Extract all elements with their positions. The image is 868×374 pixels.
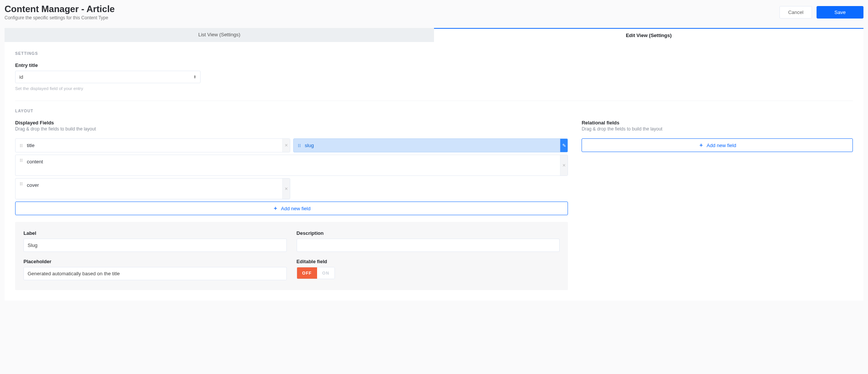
drag-handle-icon[interactable] xyxy=(20,159,23,162)
field-name: title xyxy=(27,143,34,148)
field-block-title[interactable]: title xyxy=(15,138,290,152)
field-block-slug[interactable]: slug xyxy=(293,138,568,152)
displayed-fields-hint: Drag & drop the fields to build the layo… xyxy=(15,126,568,132)
editor-editable-label: Editable field xyxy=(297,259,560,264)
editor-description-input[interactable] xyxy=(297,239,560,252)
plus-icon: ＋ xyxy=(273,205,278,212)
field-rows: title slug xyxy=(15,138,568,215)
title-block: Content Manager - Article Configure the … xyxy=(5,4,115,20)
layout-heading: LAYOUT xyxy=(15,109,853,113)
editor-description-label: Description xyxy=(297,230,560,236)
divider xyxy=(15,101,853,101)
remove-field-button[interactable] xyxy=(282,139,290,152)
editor-description-group: Description xyxy=(297,230,560,252)
editor-editable-group: Editable field OFF ON xyxy=(297,259,560,280)
entry-title-hint: Set the displayed field of your entry xyxy=(15,86,853,91)
relational-fields-label: Relational fields xyxy=(582,120,853,126)
layout-columns: Displayed Fields Drag & drop the fields … xyxy=(15,120,853,290)
tab-edit-view[interactable]: Edit View (Settings) xyxy=(434,28,863,42)
entry-title-select[interactable]: id ▲▼ xyxy=(15,71,201,83)
settings-heading: SETTINGS xyxy=(15,51,853,56)
drag-handle-icon[interactable] xyxy=(298,144,301,147)
cancel-button[interactable]: Cancel xyxy=(779,6,812,19)
save-button[interactable]: Save xyxy=(817,6,863,19)
field-row-3: cover xyxy=(15,178,568,199)
remove-field-button[interactable] xyxy=(282,178,290,199)
toggle-off[interactable]: OFF xyxy=(297,267,317,279)
tab-row: List View (Settings) Edit View (Settings… xyxy=(5,28,863,42)
relational-fields-hint: Drag & drop the fields to build the layo… xyxy=(582,126,853,132)
add-displayed-field-button[interactable]: ＋ Add new field xyxy=(15,202,568,215)
editor-placeholder-label: Placeholder xyxy=(23,259,287,264)
plus-icon: ＋ xyxy=(698,142,704,149)
field-name: slug xyxy=(305,143,314,148)
entry-title-value: id xyxy=(19,74,23,80)
displayed-fields-column: Displayed Fields Drag & drop the fields … xyxy=(15,120,568,290)
remove-field-button[interactable] xyxy=(560,155,568,175)
field-editor-box: Label Description Placeholder Editable f… xyxy=(15,222,568,290)
settings-panel: SETTINGS Entry title id ▲▼ Set the displ… xyxy=(5,42,863,301)
page-title: Content Manager - Article xyxy=(5,4,115,14)
field-block-cover[interactable]: cover xyxy=(15,178,290,199)
add-field-label: Add new field xyxy=(707,143,736,148)
displayed-fields-label: Displayed Fields xyxy=(15,120,568,126)
field-row-1: title slug xyxy=(15,138,568,152)
editable-toggle[interactable]: OFF ON xyxy=(297,267,335,279)
editor-label-label: Label xyxy=(23,230,287,236)
header-actions: Cancel Save xyxy=(779,6,863,19)
field-name: content xyxy=(27,159,43,164)
editor-placeholder-group: Placeholder xyxy=(23,259,287,280)
entry-title-label: Entry title xyxy=(15,62,853,68)
editor-label-group: Label xyxy=(23,230,287,252)
tab-list-view[interactable]: List View (Settings) xyxy=(5,28,434,42)
editor-placeholder-input[interactable] xyxy=(23,267,287,280)
drag-handle-icon[interactable] xyxy=(20,182,23,185)
drag-handle-icon[interactable] xyxy=(20,144,23,147)
relational-fields-column: Relational fields Drag & drop the fields… xyxy=(582,120,853,290)
field-row-2: content xyxy=(15,155,568,176)
add-relational-field-button[interactable]: ＋ Add new field xyxy=(582,138,853,152)
editor-label-input[interactable] xyxy=(23,239,287,252)
add-field-label: Add new field xyxy=(281,206,311,211)
page-header: Content Manager - Article Configure the … xyxy=(5,0,863,28)
chevron-updown-icon: ▲▼ xyxy=(193,75,196,79)
edit-field-button[interactable] xyxy=(560,139,568,152)
field-name: cover xyxy=(27,182,39,188)
toggle-on[interactable]: ON xyxy=(317,267,335,279)
page-subtitle: Configure the specific settings for this… xyxy=(5,15,115,20)
field-block-content[interactable]: content xyxy=(15,155,568,176)
